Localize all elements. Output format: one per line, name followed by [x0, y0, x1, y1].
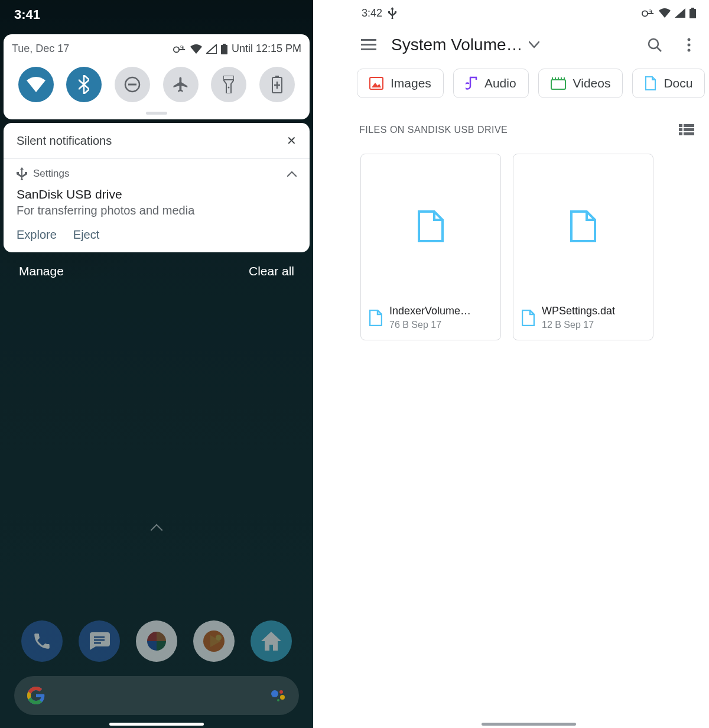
page-title: System Volume…: [391, 35, 523, 54]
menu-button[interactable]: [357, 33, 380, 57]
chip-audio[interactable]: Audio: [453, 69, 529, 98]
chevron-up-icon[interactable]: [287, 171, 297, 177]
svg-point-30: [649, 39, 658, 48]
status-bar: 3:41: [0, 0, 313, 30]
messages-icon: [89, 632, 110, 650]
battery-saver-icon: [272, 76, 282, 93]
dock-caret-icon: [151, 522, 162, 533]
video-icon: [551, 77, 566, 90]
chip-label: Audio: [484, 76, 516, 90]
svg-text:G: G: [649, 9, 651, 12]
dock-app-home[interactable]: [251, 620, 292, 662]
audio-icon: [466, 76, 477, 90]
chip-documents[interactable]: Docu: [632, 69, 705, 98]
eject-button[interactable]: Eject: [73, 228, 99, 242]
files-app-screen: 3:42 G System Volume… Images: [349, 0, 709, 728]
svg-rect-13: [94, 639, 105, 641]
hamburger-icon: [361, 39, 376, 51]
qs-drag-handle[interactable]: [146, 112, 167, 115]
search-bar[interactable]: [14, 676, 299, 715]
svg-point-19: [280, 695, 285, 700]
svg-rect-29: [361, 48, 376, 50]
home-icon: [261, 632, 281, 651]
qs-tile-battery-saver[interactable]: [259, 67, 295, 102]
list-view-icon: [679, 124, 694, 136]
notification-item-usb[interactable]: Settings SanDisk USB drive For transferr…: [4, 159, 310, 252]
silent-notifications-card: Silent notifications ✕ Settings SanDisk …: [4, 123, 310, 252]
svg-rect-37: [679, 124, 682, 127]
vpn-key-icon: G: [642, 9, 655, 17]
notification-subtitle: For transferring photos and media: [17, 204, 297, 217]
alarm-until: Until 12:15 PM: [232, 43, 301, 55]
svg-rect-27: [361, 39, 376, 41]
status-bar: 3:42 G: [349, 0, 709, 26]
app-bar: System Volume…: [349, 26, 709, 65]
svg-point-32: [688, 38, 691, 41]
svg-line-31: [657, 47, 661, 51]
qs-tiles-row: [12, 63, 301, 109]
svg-rect-41: [679, 132, 682, 135]
qs-tile-wifi[interactable]: [18, 67, 54, 102]
google-g-icon: [27, 687, 45, 704]
svg-point-17: [271, 690, 278, 697]
more-button[interactable]: [677, 33, 701, 57]
quick-settings-panel: Tue, Dec 17 G Until 12:15 PM: [4, 34, 310, 119]
nav-gesture-pill[interactable]: [109, 723, 204, 726]
chevron-down-icon: [529, 41, 539, 48]
view-toggle-button[interactable]: [675, 118, 698, 142]
chip-videos[interactable]: Videos: [538, 69, 623, 98]
notification-shade-screen: 3:41 Tue, Dec 17 G Until 12:15 PM: [0, 0, 313, 728]
flashlight-icon: [223, 76, 234, 93]
dock-app-photos[interactable]: [136, 620, 177, 662]
notification-app-name: Settings: [33, 168, 69, 180]
signal-icon: [206, 44, 217, 54]
dock-app-play-music[interactable]: [193, 620, 235, 662]
explore-button[interactable]: Explore: [17, 228, 57, 242]
manage-button[interactable]: Manage: [19, 264, 64, 278]
dock-app-phone[interactable]: [21, 620, 63, 662]
svg-point-33: [688, 44, 691, 47]
qs-tile-airplane[interactable]: [163, 67, 199, 102]
svg-rect-4: [221, 45, 227, 54]
file-icon: [522, 310, 535, 326]
battery-icon: [690, 8, 696, 18]
svg-rect-8: [223, 76, 234, 80]
chip-label: Docu: [664, 76, 692, 90]
airplane-icon: [172, 76, 190, 93]
qs-header: Tue, Dec 17 G Until 12:15 PM: [12, 43, 301, 55]
wifi-icon: [659, 8, 671, 18]
qs-tile-bluetooth[interactable]: [66, 67, 102, 102]
chip-images[interactable]: Images: [357, 69, 444, 98]
qs-tile-dnd[interactable]: [115, 67, 150, 102]
svg-point-34: [688, 49, 691, 52]
status-time: 3:42: [362, 7, 382, 20]
title-dropdown[interactable]: System Volume…: [391, 35, 632, 54]
close-icon[interactable]: ✕: [287, 134, 297, 148]
vpn-key-icon: G: [173, 45, 186, 53]
dock: [0, 620, 313, 662]
notification-footer: Manage Clear all: [0, 252, 313, 290]
file-card[interactable]: WPSettings.dat 12 B Sep 17: [513, 154, 653, 340]
svg-rect-14: [94, 642, 101, 644]
file-icon: [418, 210, 444, 242]
section-header: FILES ON SANDISK USB DRIVE: [349, 102, 709, 149]
section-title: FILES ON SANDISK USB DRIVE: [359, 125, 508, 135]
image-icon: [369, 77, 383, 90]
file-card[interactable]: IndexerVolume… 76 B Sep 17: [360, 154, 501, 340]
wifi-icon: [190, 44, 202, 54]
qs-tile-flashlight[interactable]: [211, 67, 246, 102]
silent-header-text: Silent notifications: [17, 134, 112, 148]
svg-point-21: [642, 11, 648, 16]
svg-point-0: [174, 47, 179, 52]
file-name: WPSettings.dat: [542, 305, 615, 317]
svg-point-16: [216, 635, 222, 641]
svg-point-18: [279, 690, 283, 694]
chip-label: Videos: [573, 76, 611, 90]
search-icon: [647, 37, 662, 53]
dock-app-messages[interactable]: [79, 620, 120, 662]
nav-gesture-pill[interactable]: [482, 723, 576, 726]
search-button[interactable]: [643, 33, 666, 57]
file-meta: 76 B Sep 17: [389, 320, 471, 330]
clear-all-button[interactable]: Clear all: [249, 264, 294, 278]
dnd-icon: [123, 76, 141, 93]
